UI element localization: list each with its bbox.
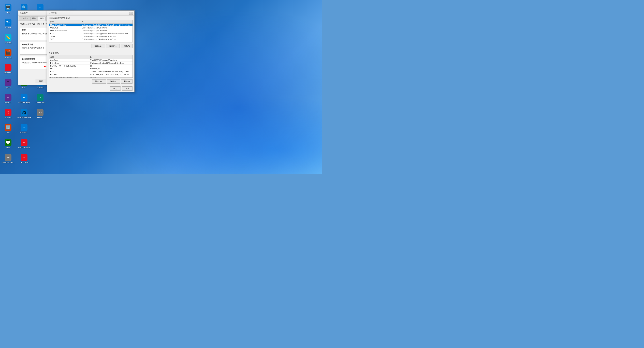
todesk-icon-label: ToDeSk	[5, 27, 11, 29]
typora-icon: T	[5, 79, 12, 86]
desktop-icon-xmind[interactable]: X 网易MuMu	[0, 62, 16, 76]
desktop-icon-wechat[interactable]: 💬 微信	[0, 137, 16, 151]
envvars-cancel-button[interactable]: 取消	[122, 86, 133, 91]
desktop-icon-vscode[interactable]: VS Visual Studio Code	[16, 107, 32, 121]
user-var-name: MOZ_PLUGIN_PATH	[49, 23, 80, 26]
desktop-icon-record[interactable]: 🎬 全屏录制	[0, 47, 16, 61]
user-var-row[interactable]: TMPC:\Users\liuguanglei\AppData\Local\Te…	[49, 38, 132, 41]
sys-vars-label: 系统变量(S)	[47, 51, 134, 55]
desktop-icon-windmind[interactable]: W WindMind...	[16, 122, 32, 136]
desktop-icon-vmware[interactable]: VM VMware Workst...	[0, 152, 16, 166]
desktop-icon-typora[interactable]: T Typora	[0, 77, 16, 91]
sys-vars-table-container[interactable]: 变量 值 ComSpecC:\WINDOWS\system32\cmd.exeD…	[49, 55, 133, 78]
user-var-row[interactable]: OneDriveConsumerC:\Users\liuguanglei\One…	[49, 29, 132, 32]
tab-computername[interactable]: 计算机名	[19, 16, 30, 20]
envvars-dialog: 环境变量 ✕ liuguanglei 的用户变量(U) 变量 值 MOZ_PLU…	[47, 10, 134, 92]
desktop-icon-screentools[interactable]: S ScreenTools	[32, 92, 48, 106]
user-var-name: TEMP	[49, 35, 80, 38]
sys-edit-button[interactable]: 编辑(I)...	[107, 79, 120, 83]
wechat-icon: 💬	[5, 139, 12, 146]
desktop-icon-edge[interactable]: e Microsoft Edge	[16, 92, 32, 106]
user-var-row[interactable]: TEMPC:\Users\liuguanglei\AppData\Local\T…	[49, 35, 132, 38]
sys-var-value: AMD64	[88, 76, 132, 78]
desktop-icon-foxit[interactable]: F 福昕PDF编辑器	[16, 137, 32, 151]
user-var-name: TMP	[49, 38, 80, 41]
user-var-value: C:\Program Files (x86)\Foxit Software\Fo…	[80, 23, 132, 26]
network-icon: 🖥️	[5, 4, 12, 11]
sys-var-row[interactable]: OSWindows_NT	[49, 67, 132, 70]
edge-icon-label: Microsoft Edge	[18, 102, 30, 104]
user-new-button[interactable]: 新建(N)...	[92, 44, 105, 48]
envvars-title: 环境变量	[49, 12, 57, 14]
sys-var-name: ComSpec	[49, 59, 88, 62]
user-var-row[interactable]: OneDriveC:\Users\liuguanglei\OneDrive	[49, 26, 132, 29]
wps-icon-label: WPS Office	[20, 162, 28, 164]
typora-icon-label: Typora	[6, 87, 10, 89]
user-var-name: OneDriveConsumer	[49, 29, 80, 32]
sys-var-value: Windows_NT	[88, 67, 132, 70]
sys-vars-table: 变量 值 ComSpecC:\WINDOWS\system32\cmd.exeD…	[49, 55, 132, 78]
desktop-icon-youdao[interactable]: 词 有道词典	[0, 107, 16, 121]
sys-vars-buttons: 新建(W)... 编辑(I)... 删除(L)	[47, 79, 134, 85]
screentools-icon-label: ScreenTools	[36, 102, 45, 104]
foxit-icon: F	[21, 139, 28, 146]
download-icon: ⬇️	[5, 124, 12, 131]
user-delete-button[interactable]: 删除(D)	[121, 44, 133, 48]
qq-icon-label: 企业微信	[37, 87, 44, 89]
envvars-footer: 确定 取消	[47, 85, 134, 92]
sys-var-row[interactable]: ComSpecC:\WINDOWS\system32\cmd.exe	[49, 59, 132, 62]
sys-var-value: C:\Windows\System32\Drivers\DriverData	[88, 62, 132, 64]
user-var-value: C:\Users\liuguanglei\OneDrive	[80, 29, 132, 32]
envvars-close-button[interactable]: ✕	[129, 12, 133, 15]
download-icon-label: 下载	[6, 132, 10, 134]
sys-var-row[interactable]: PathC:\WINDOWS\system32;C:\WINDOWS;C:\WI…	[49, 70, 132, 73]
sys-var-name: PATHEXT	[49, 73, 88, 76]
sysprops-title: 系统属性	[20, 12, 28, 14]
envvars-ok-button[interactable]: 确定	[110, 86, 121, 91]
vmware-icon: VM	[5, 154, 12, 161]
youdao-icon: 词	[5, 109, 12, 116]
user-var-name: Path	[49, 32, 80, 35]
sys-var-name: Path	[49, 70, 88, 73]
env-divider	[47, 50, 134, 50]
sgtool-icon-label: SGTool...	[36, 117, 44, 119]
sys-var-row[interactable]: PROCESSOR_ARCHITECTUREAMD64	[49, 76, 132, 78]
user-var-value: C:\Users\liuguanglei\OneDrive	[80, 26, 132, 29]
windmind-icon: W	[21, 124, 28, 131]
desktop-icon-todesk[interactable]: To ToDeSk	[0, 17, 16, 31]
sysprops-ok-button[interactable]: 确定	[36, 79, 46, 83]
user-var-row[interactable]: MOZ_PLUGIN_PATHC:\Program Files (x86)\Fo…	[49, 23, 132, 26]
tab-hardware[interactable]: 硬件	[30, 16, 38, 20]
wechat-icon-label: 微信	[6, 147, 10, 149]
vscode-icon: VS	[21, 109, 28, 116]
edge-icon: e	[21, 94, 28, 101]
todesk-icon: To	[5, 19, 12, 26]
sys-new-button[interactable]: 新建(W)...	[92, 79, 106, 83]
sys-var-value: .COM;.EXE;.BAT;.CMD;.VBS;.VBE;.JS;.JSE;.…	[88, 73, 132, 76]
desktop-icon-network[interactable]: 🖥️ 网络	[0, 2, 16, 16]
desktop: 🖥️ 网络 To ToDeSk ✏️ 绘制图板 🎬 全屏录制 X 网易MuMu …	[0, 0, 322, 174]
webxcam-icon: W	[37, 4, 44, 11]
user-var-value: C:\Users\liuguanglei\AppData\Local\Temp	[80, 35, 132, 38]
sys-var-row[interactable]: PATHEXT.COM;.EXE;.BAT;.CMD;.VBS;.VBE;.JS…	[49, 73, 132, 76]
envvars-controls: ✕	[129, 12, 133, 15]
sys-delete-button[interactable]: 删除(L)	[121, 79, 133, 83]
desktop-icon-shapela[interactable]: S Shapela...	[0, 92, 16, 106]
user-col-val: 值	[80, 20, 132, 23]
sys-var-row[interactable]: NUMBER_OF_PROCESSORS24	[49, 64, 132, 67]
desktop-icons-container: 🖥️ 网络 To ToDeSk ✏️ 绘制图板 🎬 全屏录制 X 网易MuMu …	[0, 0, 18, 174]
youdao-icon-label: 有道词典	[5, 117, 12, 119]
network-icon-label: 网络	[6, 12, 10, 14]
tab-advanced[interactable]: 高级	[38, 16, 46, 20]
desktop-icon-sgtool[interactable]: SG SGTool...	[32, 107, 48, 121]
sys-var-row[interactable]: DriverDataC:\Windows\System32\Drivers\Dr…	[49, 62, 132, 64]
desktop-icon-download[interactable]: ⬇️ 下载	[0, 122, 16, 136]
wps-icon: W	[21, 154, 28, 161]
everything-icon: 🔍	[21, 4, 28, 11]
user-edit-button[interactable]: 编辑(E)...	[106, 44, 120, 48]
user-var-row[interactable]: PathC:\Users\liuguanglei\AppData\Local\M…	[49, 32, 132, 35]
user-vars-table-container[interactable]: 变量 值 MOZ_PLUGIN_PATHC:\Program Files (x8…	[49, 20, 133, 42]
record-icon: 🎬	[5, 49, 12, 56]
desktop-icon-wps[interactable]: W WPS Office	[16, 152, 32, 166]
desktop-icon-draw[interactable]: ✏️ 绘制图板	[0, 32, 16, 46]
